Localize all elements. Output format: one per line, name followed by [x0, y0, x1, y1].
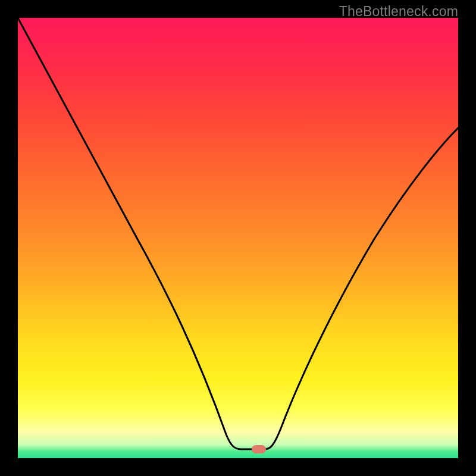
plot-area: [18, 18, 458, 458]
bottleneck-curve: [18, 18, 458, 458]
min-marker: [252, 445, 266, 453]
watermark-text: TheBottleneck.com: [339, 4, 458, 20]
chart-stage: TheBottleneck.com: [0, 0, 476, 476]
curve-path: [18, 18, 458, 449]
